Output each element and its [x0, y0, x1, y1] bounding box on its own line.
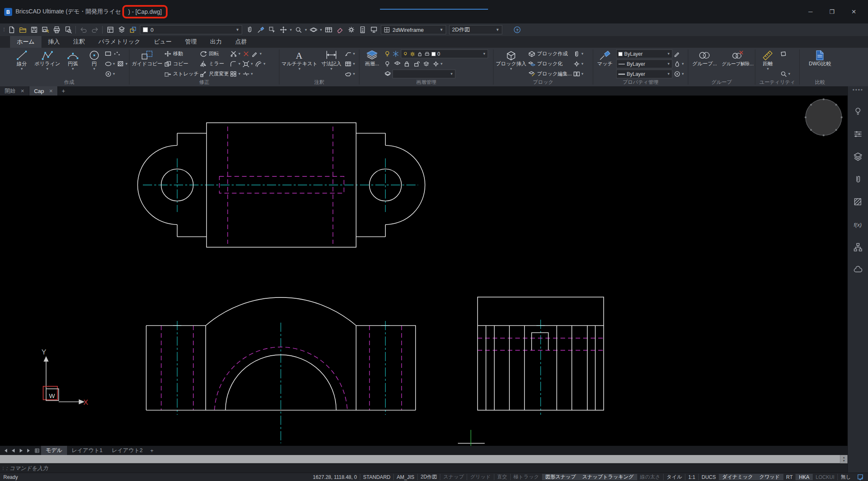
edit-button[interactable]: ▼: [251, 51, 262, 57]
status-ducs-toggle[interactable]: DUCS: [698, 474, 719, 480]
previous-layout-button[interactable]: [9, 446, 17, 455]
transparency-button[interactable]: ▼: [674, 61, 685, 67]
copy-button[interactable]: コピー: [164, 59, 199, 68]
fillet-button[interactable]: ▼: [230, 61, 241, 67]
sidebar-structure-button[interactable]: [852, 242, 863, 252]
ribbon-layer-combobox[interactable]: 0 ▼: [401, 49, 488, 58]
visual-style-combobox[interactable]: 2dWireframe ▼: [381, 25, 446, 34]
block-settings-button[interactable]: ▼: [573, 61, 584, 67]
guided-copy-button[interactable]: ガイドコピー: [131, 49, 163, 79]
layout-tab-layout2[interactable]: レイアウト2: [107, 446, 147, 455]
group-button[interactable]: グループ...: [690, 49, 719, 79]
status-snap-toggle[interactable]: スナップ: [440, 474, 467, 480]
status-hka-toggle[interactable]: HKA: [796, 474, 812, 480]
app-icon[interactable]: B: [4, 8, 12, 16]
new-layout-button[interactable]: +: [147, 446, 156, 455]
drawing-explorer-button[interactable]: [105, 25, 116, 35]
layers-dialog-button[interactable]: 画層...: [361, 49, 383, 79]
close-button[interactable]: ✕: [851, 8, 856, 15]
layer-state-combobox[interactable]: ▼: [393, 70, 455, 78]
view-compass[interactable]: [805, 98, 843, 137]
scroll-up-icon[interactable]: ▲: [842, 456, 845, 459]
command-input[interactable]: ⁞ : コマンドを入力: [0, 463, 847, 473]
line-button[interactable]: 線分 ▼: [11, 49, 33, 79]
ellipse-button[interactable]: ▼: [105, 61, 116, 67]
layer-state-button[interactable]: [384, 71, 391, 77]
id-point-button[interactable]: ▼: [780, 71, 791, 77]
lineweight-combobox[interactable]: ByLayer ▼: [616, 70, 672, 78]
last-layout-button[interactable]: [25, 446, 33, 455]
document-tab-start[interactable]: 開始 ✕: [0, 86, 29, 96]
status-text-style[interactable]: STANDARD: [360, 474, 393, 480]
linetype-combobox[interactable]: ByLayer ▼: [616, 59, 672, 68]
point-button[interactable]: [114, 51, 121, 57]
status-tile-toggle[interactable]: タイル: [663, 474, 685, 480]
ribbon-tab-insert[interactable]: 挿入: [41, 36, 67, 48]
trim-button[interactable]: ▼: [230, 51, 241, 57]
ribbon-tab-parametric[interactable]: パラメトリック: [92, 36, 147, 48]
chevron-down-icon[interactable]: ▼: [319, 28, 323, 32]
rectangle-button[interactable]: [105, 51, 112, 57]
ribbon-tab-pointcloud[interactable]: 点群: [229, 36, 254, 48]
status-lockui-toggle[interactable]: LOCKUI: [812, 474, 837, 480]
ribbon-tab-home[interactable]: ホーム: [10, 36, 41, 48]
status-esnap-toggle[interactable]: 図形スナップ: [542, 474, 579, 480]
ungroup-button[interactable]: グループ解除...: [721, 49, 755, 79]
mirror-button[interactable]: ミラー: [200, 59, 229, 68]
status-ortho-toggle[interactable]: 直交: [494, 474, 510, 480]
status-lineweight-toggle[interactable]: 線の太さ: [637, 474, 664, 480]
circle-button[interactable]: 円 ▼: [85, 49, 103, 79]
layout-list-button[interactable]: [33, 446, 41, 455]
command-scrollbar[interactable]: ▲▼: [840, 455, 847, 463]
draw-order-button[interactable]: [127, 25, 138, 35]
status-grid-toggle[interactable]: グリッド: [467, 474, 493, 480]
pan-button[interactable]: [278, 25, 289, 35]
status-snaptrack-toggle[interactable]: スナップトラッキング: [579, 474, 637, 480]
save-as-button[interactable]: [40, 25, 51, 35]
scale-button[interactable]: 尺度変更: [200, 70, 229, 78]
layer-on-button[interactable]: [384, 51, 391, 57]
scroll-down-icon[interactable]: ▼: [842, 459, 845, 463]
command-panel-grip[interactable]: ⁞: [3, 466, 4, 471]
layer-settings-button[interactable]: ▼: [432, 61, 443, 67]
undo-button[interactable]: [78, 25, 89, 35]
blockify-button[interactable]: ブロック化: [528, 59, 572, 68]
annotation-monitor-button[interactable]: [857, 474, 865, 480]
layer-combobox[interactable]: 0 ▼: [140, 25, 242, 34]
status-annotation-scale[interactable]: 1:1: [685, 474, 698, 480]
array-button[interactable]: ▼: [230, 71, 241, 77]
next-layout-button[interactable]: [17, 446, 25, 455]
rotate-button[interactable]: 回転: [200, 49, 229, 58]
new-document-tab-button[interactable]: +: [58, 86, 69, 96]
layer-merge-button[interactable]: [423, 61, 430, 67]
move-button[interactable]: 移動: [164, 49, 199, 58]
help-button[interactable]: ?: [512, 25, 522, 35]
ribbon-tab-view[interactable]: ビュー: [147, 36, 178, 48]
zoom-button[interactable]: [293, 25, 304, 35]
edit-properties-button[interactable]: [674, 51, 681, 57]
mtext-button[interactable]: A マルチテキスト ▼: [281, 49, 318, 79]
layout-tab-model[interactable]: モデル: [41, 446, 67, 455]
redo-button[interactable]: [89, 25, 100, 35]
sidebar-light-bulb-button[interactable]: [852, 106, 863, 116]
layer-freeze-button[interactable]: [393, 51, 400, 57]
status-selection-mode[interactable]: 無し: [837, 474, 854, 480]
dwg-compare-button[interactable]: DWG比較: [806, 49, 835, 79]
layer-unlock-button[interactable]: [413, 61, 420, 67]
close-icon[interactable]: ✕: [21, 88, 24, 94]
chevron-down-icon[interactable]: ▼: [304, 28, 307, 32]
dimension-button[interactable]: 寸法記入 ▼: [319, 49, 344, 79]
sidebar-hatch-button[interactable]: [852, 197, 863, 207]
ribbon-tab-manage[interactable]: 管理: [178, 36, 204, 48]
area-button[interactable]: [780, 51, 787, 57]
status-polar-toggle[interactable]: 極トラック: [510, 474, 542, 480]
polyline-button[interactable]: ポリライン ▼: [34, 49, 61, 79]
layout-tab-layout1[interactable]: レイアウト1: [67, 446, 107, 455]
block-library-button[interactable]: ▼: [573, 71, 584, 77]
status-coordinates[interactable]: 1627.28, 1118.48, 0: [310, 474, 360, 480]
chevron-down-icon[interactable]: ▼: [289, 28, 292, 32]
explode-button[interactable]: ▼: [243, 61, 253, 67]
minimize-button[interactable]: ─: [809, 8, 813, 15]
open-file-button[interactable]: [17, 25, 28, 35]
new-file-button[interactable]: [6, 25, 17, 35]
